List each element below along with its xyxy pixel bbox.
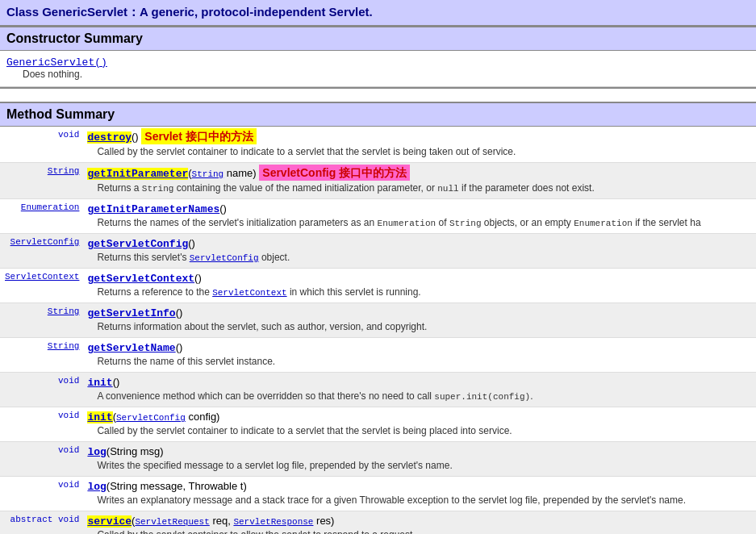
method-signature: init(ServletConfig config) <box>87 411 753 423</box>
return-type-link[interactable]: ServletContext <box>5 272 79 282</box>
constructor-section-body: GenericServlet() Does nothing. <box>0 51 756 89</box>
method-return-type: String <box>0 163 84 199</box>
method-signature: log(String message, Throwable t) <box>87 480 753 493</box>
return-type-link[interactable]: ServletConfig <box>10 237 80 247</box>
method-detail: getServletName() Returns the name of thi… <box>84 338 756 373</box>
method-detail: destroy() Servlet 接口中的方法 Called by the s… <box>84 127 756 163</box>
method-name-log-throwable[interactable]: log <box>87 481 106 493</box>
method-section-header: Method Summary <box>0 102 756 127</box>
method-desc-getservletcontext: Returns a reference to the ServletContex… <box>87 286 753 298</box>
table-row: ServletContext getServletContext() Retur… <box>0 269 756 303</box>
method-desc-log-msg: Writes the specified message to a servle… <box>87 460 753 471</box>
method-name-getinitparamnames[interactable]: getInitParameterNames <box>87 203 219 215</box>
method-desc-service: Called by the servlet container to allow… <box>87 529 753 534</box>
constructor-link[interactable]: GenericServlet() <box>6 56 107 69</box>
constructor-section-title: Constructor Summary <box>6 31 143 45</box>
method-signature: getInitParameter(String name) ServletCon… <box>87 166 753 181</box>
method-name-getservletname[interactable]: getServletName <box>87 342 175 354</box>
method-return-type: ServletConfig <box>0 234 84 269</box>
table-row: abstract void service(ServletRequest req… <box>0 511 756 535</box>
method-detail: service(ServletRequest req, ServletRespo… <box>84 511 756 535</box>
method-params: (ServletRequest req, ServletResponse res… <box>132 515 334 527</box>
method-section-body: void destroy() Servlet 接口中的方法 Called by … <box>0 127 756 534</box>
method-detail: init() A convenience method which can be… <box>84 373 756 407</box>
method-return-type: void <box>0 477 84 511</box>
method-name-log-msg[interactable]: log <box>87 446 106 458</box>
method-desc-getinitparam: Returns a String containing the value of… <box>87 182 753 194</box>
method-return-type: void <box>0 407 84 442</box>
method-name-getservletconfig[interactable]: getServletConfig <box>87 238 188 250</box>
method-params: () <box>188 237 195 249</box>
method-signature: getServletConfig() <box>87 237 753 250</box>
method-name-getservletinfo[interactable]: getServletInfo <box>87 307 175 319</box>
method-signature: getInitParameterNames() <box>87 202 753 215</box>
return-type-link[interactable]: Enumeration <box>21 202 80 212</box>
method-detail: getServletInfo() Returns information abo… <box>84 303 756 338</box>
constructor-section-header: Constructor Summary <box>0 26 756 51</box>
method-params: () <box>194 272 202 284</box>
method-name-destroy[interactable]: destroy <box>87 131 132 144</box>
table-row: void log(String msg) Writes the specifie… <box>0 442 756 477</box>
method-return-type: abstract void <box>0 511 84 535</box>
method-signature: getServletInfo() <box>87 307 753 319</box>
table-row: ServletConfig getServletConfig() Returns… <box>0 234 756 269</box>
method-detail: getServletContext() Returns a reference … <box>84 269 756 303</box>
method-name-service[interactable]: service <box>87 515 132 528</box>
table-row: void init(ServletConfig config) Called b… <box>0 407 756 442</box>
method-desc-getservletinfo: Returns information about the servlet, s… <box>87 321 753 332</box>
method-return-type: Enumeration <box>0 199 84 234</box>
servletconfig-param-link[interactable]: ServletConfig <box>116 413 186 423</box>
return-type-link[interactable]: String <box>48 307 80 316</box>
method-desc-init-noarg: A convenience method which can be overri… <box>87 390 753 402</box>
table-row: String getServletInfo() Returns informat… <box>0 303 756 338</box>
method-detail: getInitParameterNames() Returns the name… <box>84 199 756 234</box>
method-params: (String msg) <box>107 445 164 457</box>
table-row: String getInitParameter(String name) Ser… <box>0 163 756 199</box>
annotation-servlet: Servlet 接口中的方法 <box>141 128 257 144</box>
method-desc-getservletconfig: Returns this servlet's ServletConfig obj… <box>87 252 753 263</box>
method-table: void destroy() Servlet 接口中的方法 Called by … <box>0 127 756 534</box>
method-detail: getInitParameter(String name) ServletCon… <box>84 163 756 199</box>
method-return-type: String <box>0 338 84 373</box>
method-signature: getServletName() <box>87 341 753 354</box>
method-params: () <box>132 131 139 143</box>
method-section-title: Method Summary <box>6 107 115 121</box>
servletrequest-param-link[interactable]: ServletRequest <box>135 517 209 527</box>
table-row: Enumeration getInitParameterNames() Retu… <box>0 199 756 234</box>
method-detail: log(String message, Throwable t) Writes … <box>84 477 756 511</box>
method-desc-destroy: Called by the servlet container to indic… <box>87 146 753 157</box>
table-row: void destroy() Servlet 接口中的方法 Called by … <box>0 127 756 163</box>
method-return-type: void <box>0 127 84 163</box>
method-signature: init() <box>87 376 753 389</box>
method-signature: log(String msg) <box>87 445 753 458</box>
method-params: () <box>219 202 227 215</box>
class-header-text: Class GenericServlet：A generic, protocol… <box>6 5 373 19</box>
table-row: void log(String message, Throwable t) Wr… <box>0 477 756 511</box>
method-detail: log(String msg) Writes the specified mes… <box>84 442 756 477</box>
annotation-servletconfig: ServletConfig 接口中的方法 <box>259 165 410 181</box>
method-return-type: ServletContext <box>0 269 84 303</box>
method-signature: destroy() Servlet 接口中的方法 <box>87 130 753 144</box>
method-params: (ServletConfig config) <box>113 411 220 423</box>
servletresponse-param-link[interactable]: ServletResponse <box>233 517 313 527</box>
method-params: () <box>176 307 183 319</box>
class-header: Class GenericServlet：A generic, protocol… <box>0 0 756 26</box>
method-desc-log-throwable: Writes an explanatory message and a stac… <box>87 494 753 506</box>
method-name-getservletcontext[interactable]: getServletContext <box>87 273 194 285</box>
method-params: (String message, Throwable t) <box>107 480 247 492</box>
method-params: () <box>113 376 120 388</box>
method-name-init-config[interactable]: init <box>87 411 112 423</box>
method-name-init-noarg[interactable]: init <box>87 377 112 389</box>
method-signature: service(ServletRequest req, ServletRespo… <box>87 515 753 528</box>
table-row: String getServletName() Returns the name… <box>0 338 756 373</box>
method-return-type: void <box>0 442 84 477</box>
method-params: () <box>176 341 183 353</box>
method-detail: getServletConfig() Returns this servlet'… <box>84 234 756 269</box>
method-params: (String name) <box>188 167 256 179</box>
method-desc-init-config: Called by the servlet container to indic… <box>87 425 753 436</box>
constructor-desc: Does nothing. <box>6 69 750 80</box>
method-name-getinitparam[interactable]: getInitParameter <box>87 168 188 180</box>
return-type-link[interactable]: String <box>48 341 80 351</box>
return-type-link[interactable]: String <box>48 166 80 176</box>
method-return-type: String <box>0 303 84 338</box>
